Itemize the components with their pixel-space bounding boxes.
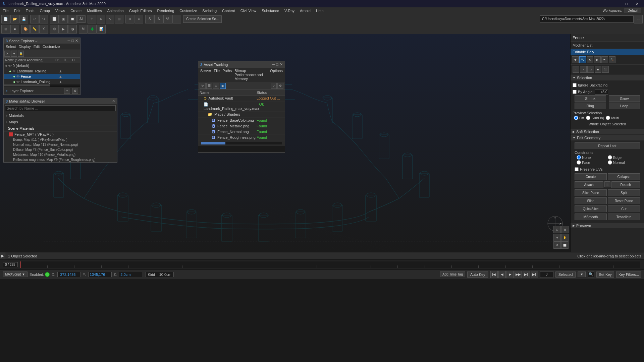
zoom-extents-all-btn[interactable]: ⊠: [561, 226, 569, 233]
face-radio-label[interactable]: Face: [577, 160, 607, 165]
se-filter-btn[interactable]: ▼: [11, 51, 17, 57]
rp-border-icon[interactable]: □: [587, 66, 594, 73]
activeshade-btn[interactable]: ◑: [68, 25, 77, 34]
minimize-btn[interactable]: ─: [612, 2, 620, 6]
paint-btn[interactable]: 🎨: [21, 25, 30, 34]
menu-views[interactable]: Views: [53, 8, 68, 13]
detach-btn[interactable]: Detach: [611, 181, 640, 188]
at-list-btn[interactable]: ☰: [206, 83, 212, 89]
preview-off-radio[interactable]: [574, 116, 578, 120]
menu-file[interactable]: File: [0, 8, 11, 13]
create-btn[interactable]: Create: [575, 173, 607, 180]
mb-search-input[interactable]: [5, 105, 116, 111]
at-title-bar[interactable]: 3 Asset Tracking ─ □ ✕: [198, 61, 285, 68]
arc-rotate-btn[interactable]: ↺: [553, 241, 561, 249]
mb-maps-section[interactable]: + Maps: [4, 119, 117, 125]
auto-key-btn[interactable]: Auto Key: [467, 272, 488, 278]
squash-btn[interactable]: ⊞: [115, 15, 123, 23]
at-settings-btn[interactable]: ⚙: [277, 83, 283, 89]
angle-snap[interactable]: A: [154, 15, 163, 23]
prev-frame-btn[interactable]: ◀: [498, 271, 506, 278]
render-btn[interactable]: ▶: [59, 25, 68, 34]
menu-arnold[interactable]: Arnold: [297, 8, 313, 13]
menu-customize[interactable]: Customize: [177, 8, 200, 13]
selection-set-dropdown[interactable]: All: [77, 15, 86, 23]
close-btn[interactable]: ✕: [633, 2, 641, 6]
at-refresh-btn[interactable]: ↻: [200, 83, 206, 89]
face-radio[interactable]: [577, 160, 581, 165]
grow-btn[interactable]: Grow: [609, 95, 640, 102]
edge-radio-label[interactable]: Edge: [608, 155, 638, 160]
none-radio[interactable]: [577, 155, 581, 160]
scale-btn[interactable]: ⤡: [106, 15, 114, 23]
repeat-last-btn[interactable]: Repeat Last: [575, 142, 640, 149]
se-scrollbar-h[interactable]: [4, 84, 80, 86]
mirror-btn[interactable]: ⇔: [125, 15, 134, 23]
rotate-btn[interactable]: ↻: [97, 15, 105, 23]
open-btn[interactable]: 📂: [10, 15, 19, 23]
mat-sub-normal[interactable]: Normal map: Map #13 (Fence_Normal.png): [4, 142, 117, 147]
maximize-btn[interactable]: □: [623, 2, 630, 6]
rp-edge-icon[interactable]: /: [580, 66, 587, 73]
mat-sub-diffuse[interactable]: Diffuse: Map #8 (Fence_BaseColor.png): [4, 147, 117, 152]
preview-subobj-label[interactable]: SubObj: [586, 116, 604, 120]
maximize-viewport-btn[interactable]: ⬜: [561, 241, 569, 249]
se-menu-edit[interactable]: Edit: [34, 45, 40, 49]
mat-sub-roughness[interactable]: Reflection roughness: Map #9 (Fence_Roug…: [4, 157, 117, 162]
search-icon[interactable]: 🔍: [588, 271, 594, 278]
rp-selection-header[interactable]: ▼ Selection: [571, 75, 644, 80]
menu-scripting[interactable]: Scripting: [200, 8, 219, 13]
rp-motion-icon[interactable]: ▶: [594, 56, 601, 63]
ring-btn[interactable]: Ring: [575, 103, 606, 109]
at-row-normal[interactable]: 🖼 Fence_Normal.png Found: [198, 129, 285, 135]
normal-radio-label[interactable]: Normal: [608, 160, 638, 165]
undo-btn[interactable]: ↩: [30, 15, 39, 23]
se-lock-btn[interactable]: 🔒: [18, 51, 24, 57]
at-menu-options[interactable]: Options: [270, 69, 283, 81]
menu-create[interactable]: Create: [68, 8, 84, 13]
by-angle-cb[interactable]: [573, 90, 577, 94]
path-field[interactable]: C:\Users\lukya\Documents\3ds Max 2022\: [540, 15, 634, 23]
se-menu-display[interactable]: Display: [19, 45, 31, 49]
slice-btn[interactable]: Slice: [575, 197, 607, 204]
select-type-btn[interactable]: 🔲: [68, 15, 77, 23]
rp-modify-icon[interactable]: 🔧: [579, 56, 586, 63]
se-menu-customize[interactable]: Customize: [43, 45, 60, 49]
rp-polygon-icon[interactable]: ■: [595, 66, 601, 73]
select-move-btn[interactable]: ✛: [88, 15, 96, 23]
mat-editor-btn[interactable]: M: [79, 25, 88, 34]
by-angle-input[interactable]: [595, 89, 608, 95]
mat-sub-bump[interactable]: Bump: Map #11 ( VRayNormalMap ): [4, 137, 117, 142]
menu-animation[interactable]: Animation: [105, 8, 126, 13]
rp-hierarchy-icon[interactable]: ⚙: [587, 56, 593, 63]
at-row-metallic[interactable]: 🖼 Fence_Metallic.png Found: [198, 123, 285, 129]
align-btn[interactable]: ≡: [135, 15, 143, 23]
menu-civil-view[interactable]: Civil View: [238, 8, 259, 13]
menu-group[interactable]: Group: [37, 8, 53, 13]
save-btn[interactable]: 💾: [19, 15, 28, 23]
mat-sub-metalness[interactable]: Metalness: Map #10 (Fence_Metallic.png): [4, 152, 117, 157]
preview-subobj-radio[interactable]: [586, 116, 590, 120]
layer-new-btn[interactable]: +: [64, 88, 70, 94]
select-region-btn[interactable]: ▣: [59, 15, 68, 23]
maxscript-btn[interactable]: MAXScript ▼: [3, 272, 28, 277]
y-coord-value[interactable]: 1045,176: [88, 272, 112, 277]
window-controls[interactable]: ─ □ ✕: [612, 2, 641, 6]
preview-multi-radio[interactable]: [606, 116, 610, 120]
collapse-btn[interactable]: Collapse: [608, 173, 640, 180]
rp-element-icon[interactable]: ⬛: [602, 66, 609, 73]
none-radio-label[interactable]: None: [577, 155, 607, 160]
quickslice-btn[interactable]: QuickSlice: [575, 205, 607, 212]
tree-item-default[interactable]: ● 👁 0 (default): [4, 63, 80, 68]
rp-create-icon[interactable]: ✚: [572, 56, 579, 63]
snap-toggle[interactable]: S: [145, 15, 154, 23]
preview-multi-label[interactable]: Multi: [606, 116, 619, 120]
zoom-extents-btn[interactable]: ⊡: [553, 226, 561, 233]
cut-btn[interactable]: Cut: [608, 205, 640, 212]
percent-snap[interactable]: %: [163, 15, 172, 23]
selected-dropdown[interactable]: ▼: [578, 272, 586, 277]
se-new-btn[interactable]: ✕: [4, 51, 10, 57]
mb-title-bar[interactable]: 3 Material/Map Browser ✕: [4, 98, 117, 104]
menu-edit[interactable]: Edit: [11, 8, 23, 13]
viewport-layout-btn[interactable]: ⊞: [1, 25, 10, 34]
